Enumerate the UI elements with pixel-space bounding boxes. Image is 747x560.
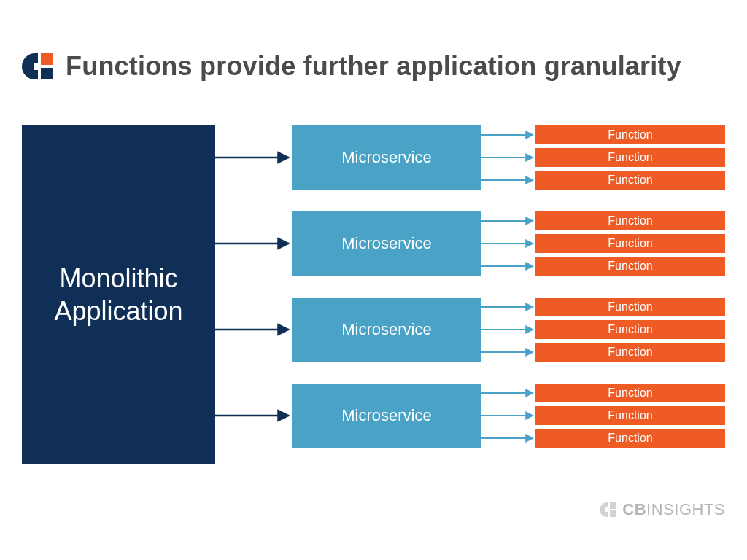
microservice-box: Microservice xyxy=(292,298,481,362)
monolith-line1: Monolithic xyxy=(59,262,177,295)
function-box: Function xyxy=(535,406,725,425)
monolith-box: Monolithic Application xyxy=(22,125,215,464)
attribution-logo xyxy=(600,502,616,517)
function-box: Function xyxy=(535,320,725,339)
header: Functions provide further application gr… xyxy=(0,0,747,82)
function-box: Function xyxy=(535,148,725,167)
microservice-box: Microservice xyxy=(292,125,481,190)
diagram-canvas: Monolithic Application MicroserviceFunct… xyxy=(22,125,725,505)
logo-squares xyxy=(41,53,53,79)
function-box: Function xyxy=(535,384,725,402)
microservice-box: Microservice xyxy=(292,384,481,448)
function-box: Function xyxy=(535,234,725,253)
function-box: Function xyxy=(535,125,725,144)
function-box: Function xyxy=(535,211,725,230)
page-title: Functions provide further application gr… xyxy=(66,51,681,82)
attribution: CBINSIGHTS xyxy=(600,500,725,519)
microservice-box: Microservice xyxy=(292,211,481,276)
logo-square-orange xyxy=(41,53,53,65)
function-box: Function xyxy=(535,429,725,448)
attribution-text: CBINSIGHTS xyxy=(622,500,725,519)
logo-square-navy xyxy=(41,68,53,79)
function-box: Function xyxy=(535,298,725,316)
logo-c-shape xyxy=(22,53,38,79)
function-box: Function xyxy=(535,343,725,362)
monolith-line2: Application xyxy=(54,295,182,327)
function-box: Function xyxy=(535,171,725,190)
function-box: Function xyxy=(535,257,725,276)
brand-logo xyxy=(22,53,53,79)
